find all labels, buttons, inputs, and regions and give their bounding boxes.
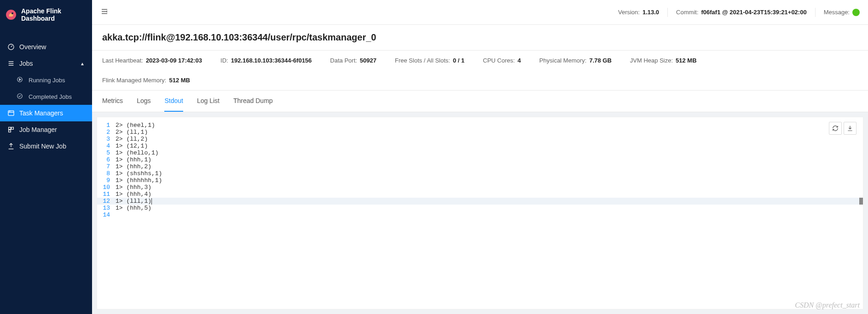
play-circle-icon (17, 76, 24, 84)
code-line: 81> (shshhs,1) (97, 170, 863, 177)
line-number: 12 (97, 198, 116, 205)
stat-slots: Free Slots / All Slots: 0 / 1 (395, 57, 464, 64)
svg-point-4 (17, 94, 23, 99)
nav-label: Jobs (19, 60, 33, 67)
line-number: 5 (97, 149, 116, 156)
line-number: 3 (97, 136, 116, 143)
line-number: 8 (97, 170, 116, 177)
download-button[interactable] (844, 122, 856, 135)
code-line: 12> (heel,1) (97, 122, 863, 129)
flink-logo-icon (6, 9, 17, 20)
sidebar-header: Apache Flink Dashboard (0, 0, 92, 29)
line-number: 11 (97, 191, 116, 198)
dashboard-icon (7, 43, 15, 51)
version-meta: Version: 1.13.0 (618, 9, 659, 16)
line-text: 1> (12,1) (116, 143, 148, 149)
svg-rect-8 (9, 130, 11, 132)
sidebar-item-running-jobs[interactable]: Running Jobs (0, 72, 92, 88)
line-number: 4 (97, 143, 116, 149)
status-dot-icon (852, 9, 860, 16)
list-icon (7, 60, 15, 67)
message-meta: Message: (824, 9, 860, 16)
build-icon (7, 126, 15, 133)
separator (815, 8, 816, 17)
tab-log-list[interactable]: Log List (197, 91, 220, 112)
sidebar-item-submit-new-job[interactable]: Submit New Job (0, 138, 92, 154)
code-line: 131> (hhh,5) (97, 205, 863, 211)
version-value: 1.13.0 (642, 9, 659, 16)
code-line: 61> (hhh,1) (97, 156, 863, 163)
stat-jvm-heap: JVM Heap Size: 512 MB (630, 57, 697, 64)
refresh-icon (832, 125, 839, 131)
tab-logs[interactable]: Logs (137, 91, 150, 112)
nav-label: Submit New Job (19, 143, 66, 150)
line-text: 1> (lll,1) (116, 198, 152, 205)
nav-label: Task Managers (19, 109, 63, 117)
topbar: Version: 1.13.0 Commit: f06faf1 @ 2021-0… (92, 0, 868, 25)
sidebar-item-task-managers[interactable]: Task Managers (0, 105, 92, 121)
stdout-code: 12> (heel,1)22> (ll,1)32> (ll,2)41> (12,… (97, 117, 863, 223)
line-text: 2> (ll,2) (116, 136, 148, 143)
line-text: 1> (hello,1) (116, 149, 159, 156)
svg-rect-5 (8, 111, 14, 116)
stats-bar: Last Heartbeat: 2023-03-09 17:42:03 ID: … (92, 51, 868, 91)
main-content: Version: 1.13.0 Commit: f06faf1 @ 2021-0… (92, 0, 868, 314)
code-line: 32> (ll,2) (97, 136, 863, 143)
download-icon (847, 125, 853, 131)
code-line: 111> (hhh,4) (97, 191, 863, 198)
code-line: 91> (hhhhhh,1) (97, 177, 863, 184)
svg-rect-7 (12, 127, 14, 130)
chevron-up-icon: ▲ (80, 61, 85, 66)
sidebar-nav: Overview Jobs ▲ Running Jobs Completed (0, 29, 92, 154)
tab-metrics[interactable]: Metrics (102, 91, 123, 112)
line-text: 1> (hhh,4) (116, 191, 151, 198)
separator (667, 8, 668, 17)
code-line: 101> (hhh,3) (97, 184, 863, 191)
stat-phys-mem: Physical Memory: 7.78 GB (539, 57, 612, 64)
line-text: 2> (ll,1) (116, 129, 148, 136)
brand-title: Apache Flink Dashboard (21, 7, 87, 22)
line-number: 2 (97, 129, 116, 136)
code-line: 14 (97, 211, 863, 218)
line-text: 1> (hhh,3) (116, 184, 151, 191)
code-line: 121> (lll,1) (97, 198, 863, 205)
line-number: 1 (97, 122, 116, 129)
stat-last-heartbeat: Last Heartbeat: 2023-03-09 17:42:03 (102, 57, 202, 64)
version-label: Version: (618, 9, 640, 16)
sidebar-item-jobs[interactable]: Jobs ▲ (0, 55, 92, 72)
code-line: 51> (hello,1) (97, 149, 863, 156)
stat-cpu: CPU Cores: 4 (483, 57, 521, 64)
nav-label: Completed Jobs (29, 93, 72, 100)
line-number: 9 (97, 177, 116, 184)
tabs-bar: Metrics Logs Stdout Log List Thread Dump (92, 91, 868, 112)
tab-thread-dump[interactable]: Thread Dump (233, 91, 273, 112)
refresh-button[interactable] (829, 122, 842, 135)
sidebar-item-completed-jobs[interactable]: Completed Jobs (0, 88, 92, 105)
line-number: 6 (97, 156, 116, 163)
line-text: 1> (hhh,1) (116, 156, 151, 163)
nav-label: Job Manager (19, 126, 57, 133)
sidebar-item-job-manager[interactable]: Job Manager (0, 121, 92, 138)
stdout-panel: 12> (heel,1)22> (ll,1)32> (ll,2)41> (12,… (97, 117, 863, 309)
code-line: 71> (hhh,2) (97, 163, 863, 170)
sidebar-item-overview[interactable]: Overview (0, 39, 92, 55)
nav-label: Running Jobs (29, 77, 65, 84)
line-number: 7 (97, 163, 116, 170)
tab-stdout[interactable]: Stdout (164, 91, 183, 112)
line-text: 1> (shshhs,1) (116, 170, 162, 177)
commit-value: f06faf1 @ 2021-04-23T15:39:21+02:00 (701, 9, 807, 16)
code-line: 41> (12,1) (97, 143, 863, 149)
stdout-actions (829, 122, 856, 135)
code-line: 22> (ll,1) (97, 129, 863, 136)
line-text: 1> (hhh,2) (116, 163, 151, 170)
menu-fold-icon[interactable] (100, 7, 109, 17)
message-label: Message: (824, 9, 850, 16)
line-text: 1> (hhhhhh,1) (116, 177, 162, 184)
stat-data-port: Data Port: 50927 (330, 57, 376, 64)
line-number: 10 (97, 184, 116, 191)
svg-rect-6 (9, 127, 11, 130)
upload-icon (7, 143, 15, 150)
commit-label: Commit: (676, 9, 698, 16)
check-circle-icon (17, 93, 24, 100)
line-number: 13 (97, 205, 116, 211)
